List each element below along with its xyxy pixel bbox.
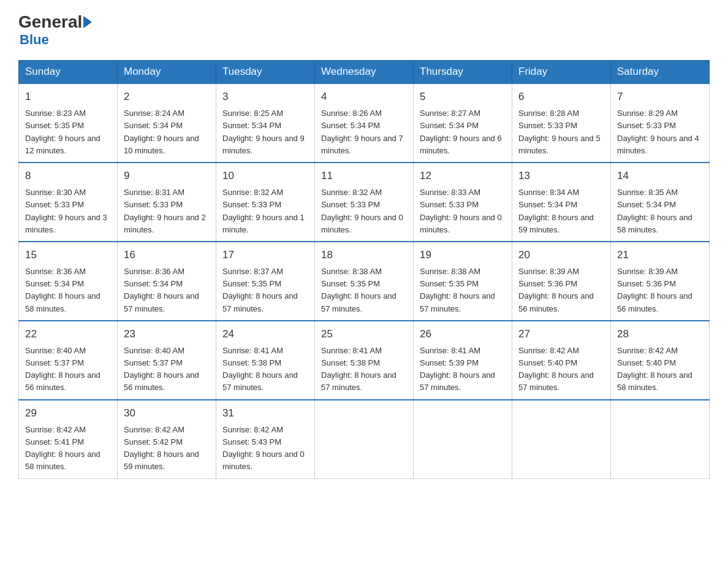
day-info: Sunrise: 8:26 AMSunset: 5:34 PMDaylight:…	[321, 107, 407, 157]
day-number: 6	[518, 89, 604, 105]
day-info: Sunrise: 8:39 AMSunset: 5:36 PMDaylight:…	[617, 266, 703, 315]
day-cell-19: 19Sunrise: 8:38 AMSunset: 5:35 PMDayligh…	[414, 242, 512, 321]
day-header-saturday: Saturday	[611, 61, 710, 84]
day-cell-29: 29Sunrise: 8:42 AMSunset: 5:41 PMDayligh…	[19, 400, 118, 478]
day-info: Sunrise: 8:29 AMSunset: 5:33 PMDaylight:…	[617, 107, 703, 157]
day-number: 7	[617, 89, 703, 105]
day-number: 30	[124, 405, 210, 421]
day-number: 4	[321, 89, 407, 105]
day-header-friday: Friday	[512, 61, 611, 84]
day-cell-9: 9Sunrise: 8:31 AMSunset: 5:33 PMDaylight…	[118, 163, 216, 242]
day-number: 1	[25, 89, 111, 105]
day-info: Sunrise: 8:30 AMSunset: 5:33 PMDaylight:…	[25, 186, 111, 236]
day-cell-6: 6Sunrise: 8:28 AMSunset: 5:33 PMDaylight…	[512, 83, 611, 163]
day-cell-3: 3Sunrise: 8:25 AMSunset: 5:34 PMDaylight…	[216, 83, 315, 163]
day-info: Sunrise: 8:32 AMSunset: 5:33 PMDaylight:…	[222, 186, 308, 236]
day-info: Sunrise: 8:34 AMSunset: 5:34 PMDaylight:…	[518, 186, 604, 236]
week-row-5: 29Sunrise: 8:42 AMSunset: 5:41 PMDayligh…	[19, 400, 710, 478]
day-number: 27	[518, 326, 604, 342]
day-cell-28: 28Sunrise: 8:42 AMSunset: 5:40 PMDayligh…	[611, 321, 710, 400]
day-info: Sunrise: 8:40 AMSunset: 5:37 PMDaylight:…	[124, 345, 210, 394]
day-cell-8: 8Sunrise: 8:30 AMSunset: 5:33 PMDaylight…	[19, 163, 118, 242]
day-cell-7: 7Sunrise: 8:29 AMSunset: 5:33 PMDaylight…	[611, 83, 710, 163]
day-cell-5: 5Sunrise: 8:27 AMSunset: 5:34 PMDaylight…	[414, 83, 512, 163]
day-info: Sunrise: 8:24 AMSunset: 5:34 PMDaylight:…	[124, 107, 210, 157]
header-row: SundayMondayTuesdayWednesdayThursdayFrid…	[19, 61, 710, 84]
logo: General Blue	[18, 12, 93, 48]
day-number: 2	[124, 89, 210, 105]
day-info: Sunrise: 8:42 AMSunset: 5:40 PMDaylight:…	[617, 345, 703, 394]
day-number: 17	[222, 247, 308, 263]
day-info: Sunrise: 8:23 AMSunset: 5:35 PMDaylight:…	[25, 107, 111, 157]
day-header-monday: Monday	[118, 61, 216, 84]
day-number: 14	[617, 168, 703, 184]
day-info: Sunrise: 8:41 AMSunset: 5:38 PMDaylight:…	[222, 345, 308, 394]
day-cell-4: 4Sunrise: 8:26 AMSunset: 5:34 PMDaylight…	[315, 83, 414, 163]
day-number: 16	[124, 247, 210, 263]
day-number: 3	[222, 89, 308, 105]
empty-cell	[414, 400, 512, 478]
day-cell-21: 21Sunrise: 8:39 AMSunset: 5:36 PMDayligh…	[611, 242, 710, 321]
day-cell-22: 22Sunrise: 8:40 AMSunset: 5:37 PMDayligh…	[19, 321, 118, 400]
day-cell-17: 17Sunrise: 8:37 AMSunset: 5:35 PMDayligh…	[216, 242, 315, 321]
day-info: Sunrise: 8:33 AMSunset: 5:33 PMDaylight:…	[420, 186, 506, 236]
day-info: Sunrise: 8:42 AMSunset: 5:42 PMDaylight:…	[124, 424, 210, 473]
day-number: 20	[518, 247, 604, 263]
day-number: 28	[617, 326, 703, 342]
day-number: 9	[124, 168, 210, 184]
logo-subtitle: Blue	[20, 32, 49, 48]
day-cell-2: 2Sunrise: 8:24 AMSunset: 5:34 PMDaylight…	[118, 83, 216, 163]
day-cell-11: 11Sunrise: 8:32 AMSunset: 5:33 PMDayligh…	[315, 163, 414, 242]
day-number: 21	[617, 247, 703, 263]
day-cell-18: 18Sunrise: 8:38 AMSunset: 5:35 PMDayligh…	[315, 242, 414, 321]
day-number: 18	[321, 247, 407, 263]
day-cell-15: 15Sunrise: 8:36 AMSunset: 5:34 PMDayligh…	[19, 242, 118, 321]
day-cell-23: 23Sunrise: 8:40 AMSunset: 5:37 PMDayligh…	[118, 321, 216, 400]
day-cell-27: 27Sunrise: 8:42 AMSunset: 5:40 PMDayligh…	[512, 321, 611, 400]
week-row-4: 22Sunrise: 8:40 AMSunset: 5:37 PMDayligh…	[19, 321, 710, 400]
day-info: Sunrise: 8:36 AMSunset: 5:34 PMDaylight:…	[25, 266, 111, 315]
day-info: Sunrise: 8:41 AMSunset: 5:38 PMDaylight:…	[321, 345, 407, 394]
day-info: Sunrise: 8:39 AMSunset: 5:36 PMDaylight:…	[518, 266, 604, 315]
day-cell-13: 13Sunrise: 8:34 AMSunset: 5:34 PMDayligh…	[512, 163, 611, 242]
day-cell-26: 26Sunrise: 8:41 AMSunset: 5:39 PMDayligh…	[414, 321, 512, 400]
day-number: 11	[321, 168, 407, 184]
day-number: 22	[25, 326, 111, 342]
day-cell-10: 10Sunrise: 8:32 AMSunset: 5:33 PMDayligh…	[216, 163, 315, 242]
day-number: 24	[222, 326, 308, 342]
day-info: Sunrise: 8:35 AMSunset: 5:34 PMDaylight:…	[617, 186, 703, 236]
day-info: Sunrise: 8:42 AMSunset: 5:41 PMDaylight:…	[25, 424, 111, 473]
day-cell-12: 12Sunrise: 8:33 AMSunset: 5:33 PMDayligh…	[414, 163, 512, 242]
day-number: 5	[420, 89, 506, 105]
day-number: 23	[124, 326, 210, 342]
day-cell-30: 30Sunrise: 8:42 AMSunset: 5:42 PMDayligh…	[118, 400, 216, 478]
day-info: Sunrise: 8:37 AMSunset: 5:35 PMDaylight:…	[222, 266, 308, 315]
day-cell-31: 31Sunrise: 8:42 AMSunset: 5:43 PMDayligh…	[216, 400, 315, 478]
empty-cell	[315, 400, 414, 478]
day-info: Sunrise: 8:31 AMSunset: 5:33 PMDaylight:…	[124, 186, 210, 236]
day-info: Sunrise: 8:40 AMSunset: 5:37 PMDaylight:…	[25, 345, 111, 394]
day-header-sunday: Sunday	[19, 61, 118, 84]
day-header-wednesday: Wednesday	[315, 61, 414, 84]
day-number: 19	[420, 247, 506, 263]
day-number: 13	[518, 168, 604, 184]
week-row-3: 15Sunrise: 8:36 AMSunset: 5:34 PMDayligh…	[19, 242, 710, 321]
day-info: Sunrise: 8:38 AMSunset: 5:35 PMDaylight:…	[321, 266, 407, 315]
day-cell-14: 14Sunrise: 8:35 AMSunset: 5:34 PMDayligh…	[611, 163, 710, 242]
day-cell-24: 24Sunrise: 8:41 AMSunset: 5:38 PMDayligh…	[216, 321, 315, 400]
day-number: 25	[321, 326, 407, 342]
day-info: Sunrise: 8:42 AMSunset: 5:43 PMDaylight:…	[222, 424, 308, 473]
day-info: Sunrise: 8:42 AMSunset: 5:40 PMDaylight:…	[518, 345, 604, 394]
logo-triangle-icon	[83, 16, 92, 28]
week-row-2: 8Sunrise: 8:30 AMSunset: 5:33 PMDaylight…	[19, 163, 710, 242]
day-info: Sunrise: 8:36 AMSunset: 5:34 PMDaylight:…	[124, 266, 210, 315]
day-number: 31	[222, 405, 308, 421]
day-info: Sunrise: 8:38 AMSunset: 5:35 PMDaylight:…	[420, 266, 506, 315]
day-number: 12	[420, 168, 506, 184]
page-header: General Blue	[18, 12, 710, 48]
day-cell-16: 16Sunrise: 8:36 AMSunset: 5:34 PMDayligh…	[118, 242, 216, 321]
empty-cell	[611, 400, 710, 478]
day-number: 29	[25, 405, 111, 421]
logo-general-text: General	[18, 12, 82, 32]
day-number: 15	[25, 247, 111, 263]
